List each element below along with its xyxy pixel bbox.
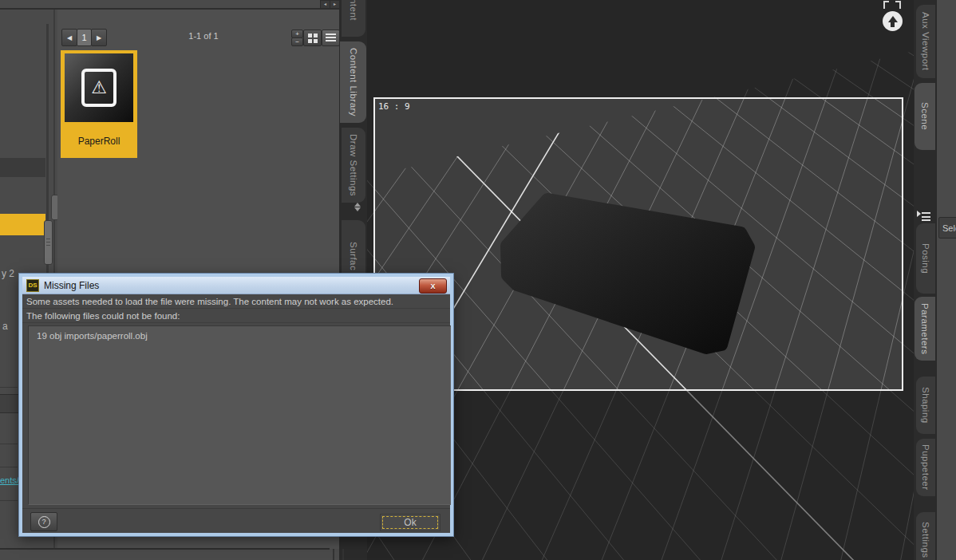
- aspect-ratio-label: 16 : 9: [378, 101, 410, 112]
- missing-files-dialog: DS Missing Files X Some assets needed to…: [19, 274, 453, 536]
- dialog-message-line2: The following files could not be found:: [22, 309, 450, 323]
- scrollbar-handle[interactable]: [44, 220, 53, 265]
- close-button[interactable]: X: [419, 278, 447, 294]
- dialog-footer: ? Ok: [22, 508, 450, 533]
- daz-studio-icon: DS: [26, 279, 39, 292]
- tree-item-label[interactable]: y 2: [2, 268, 14, 279]
- scroll-down-icon: [354, 207, 361, 211]
- bottom-divider: [0, 548, 330, 550]
- help-button[interactable]: ?: [30, 512, 57, 531]
- scroll-up-icon: [354, 203, 361, 207]
- tab-smart-content[interactable]: ontent: [342, 0, 365, 37]
- prev-arrow-icon: ◀: [67, 34, 72, 41]
- asset-thumbnail-image: ⚠: [65, 53, 133, 122]
- asset-thumbnail-paperroll[interactable]: ⚠ PaperRoll: [61, 50, 137, 158]
- tab-settings[interactable]: Settings: [916, 512, 935, 560]
- tab-parameters[interactable]: Parameters: [915, 297, 935, 361]
- missing-files-list[interactable]: 19 obj imports/paperroll.obj: [28, 325, 451, 505]
- next-arrow-icon: ▶: [97, 34, 101, 41]
- list-divider: [0, 387, 18, 388]
- parameters-pane-sliver: [935, 0, 956, 560]
- tab-aux-viewport[interactable]: Aux Viewport: [916, 5, 935, 78]
- dialog-message-line1: Some assets needed to load the file were…: [22, 294, 450, 309]
- ok-button[interactable]: Ok: [380, 514, 440, 531]
- help-icon: ?: [38, 516, 50, 528]
- picture-frame-icon: ⚠: [81, 69, 117, 107]
- home-view-icon[interactable]: [883, 11, 903, 31]
- warning-icon: ⚠: [91, 79, 107, 97]
- list-divider: [0, 444, 18, 444]
- tab-puppeteer[interactable]: Puppeteer: [916, 439, 935, 496]
- tree-item-row[interactable]: [0, 158, 45, 177]
- dialog-title: Missing Files: [44, 280, 99, 291]
- list-divider: [0, 500, 18, 501]
- panel-edge: [333, 549, 334, 560]
- page-number-field[interactable]: 1: [77, 29, 92, 46]
- tree-item-selected[interactable]: [0, 214, 45, 235]
- grid-view-icon: [308, 34, 318, 43]
- app-window: ◂ ▸ y 2 a ents/ ◀ 1 ▶ 1-1 of 1 + − ⚠ Pap…: [0, 0, 956, 560]
- tab-scene[interactable]: Scene: [915, 83, 935, 150]
- missing-file-item[interactable]: 19 obj imports/paperroll.obj: [29, 326, 450, 345]
- page-range-label: 1-1 of 1: [168, 31, 239, 41]
- expand-viewport-icon[interactable]: [883, 0, 902, 10]
- dialog-titlebar[interactable]: DS Missing Files X: [22, 277, 450, 294]
- thumb-size-decrease-button[interactable]: −: [291, 37, 303, 46]
- tree-item-label[interactable]: a: [2, 321, 8, 332]
- tab-posing[interactable]: Posing: [916, 223, 935, 294]
- list-view-button[interactable]: [322, 30, 340, 46]
- pane-options-icon[interactable]: [917, 210, 931, 224]
- grid-view-button[interactable]: [303, 30, 322, 46]
- list-view-icon: [326, 34, 336, 42]
- prev-page-button[interactable]: ◀: [61, 29, 77, 46]
- folder-path-link[interactable]: ents/: [0, 475, 18, 485]
- asset-label: PaperRoll: [61, 136, 137, 147]
- list-divider: [0, 467, 18, 467]
- tab-overflow-arrows[interactable]: [352, 201, 363, 213]
- panel-edge: [342, 549, 344, 560]
- tab-content-library[interactable]: Content Library: [340, 41, 366, 123]
- next-page-button[interactable]: ▶: [91, 29, 107, 46]
- tab-shaping[interactable]: Shaping: [916, 377, 935, 434]
- tab-draw-settings[interactable]: Draw Settings: [342, 128, 365, 203]
- select-button[interactable]: Sele: [938, 217, 956, 239]
